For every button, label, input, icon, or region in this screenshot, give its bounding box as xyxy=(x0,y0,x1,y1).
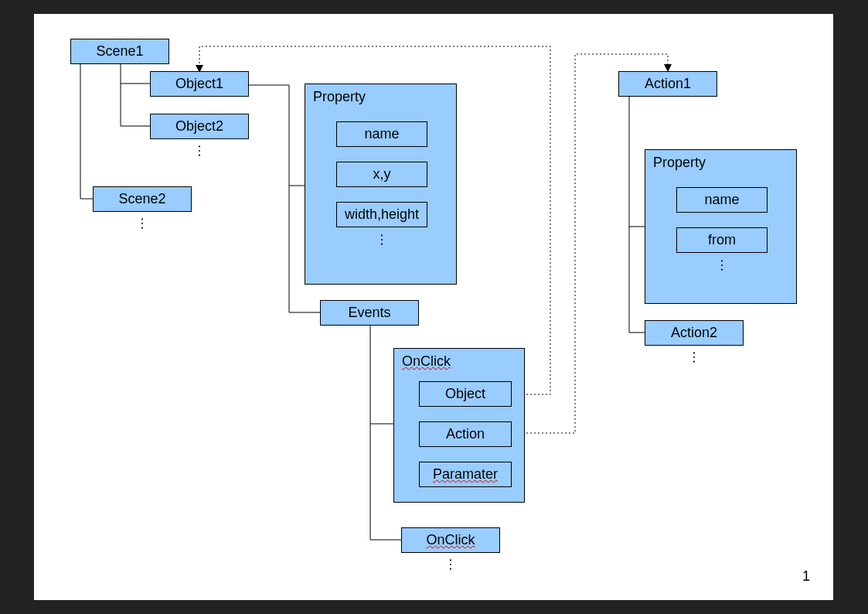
scene2-label: Scene2 xyxy=(118,191,165,207)
onclick2-node: OnClick xyxy=(401,527,500,553)
action2-node: Action2 xyxy=(645,320,744,346)
prop-name-node: name xyxy=(336,121,427,147)
object2-node: Object2 xyxy=(150,114,249,139)
action-prop-name-node: name xyxy=(676,187,768,213)
onclick-object-node: Object xyxy=(419,381,512,407)
action1-node: Action1 xyxy=(618,71,717,97)
ellipsis-icon: … xyxy=(448,558,461,573)
object-property-container: Property name x,y width,height … xyxy=(305,84,457,285)
onclick-container: OnClick Object Action Paramater xyxy=(393,348,525,503)
events-node: Events xyxy=(320,300,419,326)
onclick-action-node: Action xyxy=(419,421,512,447)
scene1-label: Scene1 xyxy=(96,43,143,60)
action-prop-from-label: from xyxy=(708,232,736,248)
page-number: 1 xyxy=(802,568,810,585)
action1-label: Action1 xyxy=(645,76,691,92)
prop-wh-node: width,height xyxy=(336,202,427,227)
ellipsis-icon: … xyxy=(719,258,733,274)
object2-label: Object2 xyxy=(175,118,223,135)
document-page: Scene1 Object1 Object2 … Scene2 … Proper… xyxy=(34,14,833,600)
scene1-node: Scene1 xyxy=(70,39,169,64)
action2-label: Action2 xyxy=(671,325,717,341)
object1-label: Object1 xyxy=(175,76,223,92)
action-property-title: Property xyxy=(653,155,706,171)
onclick-object-label: Object xyxy=(445,386,485,402)
ellipsis-icon: … xyxy=(196,144,210,159)
action-property-container: Property name from … xyxy=(645,149,797,304)
action-prop-from-node: from xyxy=(676,227,768,253)
action-prop-name-label: name xyxy=(704,192,739,208)
ellipsis-icon: … xyxy=(691,350,705,366)
onclick2-label: OnClick xyxy=(426,532,475,548)
events-label: Events xyxy=(348,305,390,321)
onclick-param-node: Paramater xyxy=(419,462,512,487)
ellipsis-icon: … xyxy=(379,233,393,248)
prop-wh-label: width,height xyxy=(345,206,419,223)
object1-node: Object1 xyxy=(150,71,249,97)
onclick-param-label: Paramater xyxy=(433,466,498,483)
scene2-node: Scene2 xyxy=(93,186,192,212)
onclick-action-label: Action xyxy=(446,426,485,442)
property-title: Property xyxy=(313,89,366,105)
prop-xy-node: x,y xyxy=(336,162,427,187)
prop-name-label: name xyxy=(364,126,399,142)
prop-xy-label: x,y xyxy=(373,166,390,182)
onclick-title: OnClick xyxy=(402,353,451,370)
ellipsis-icon: … xyxy=(139,217,153,232)
